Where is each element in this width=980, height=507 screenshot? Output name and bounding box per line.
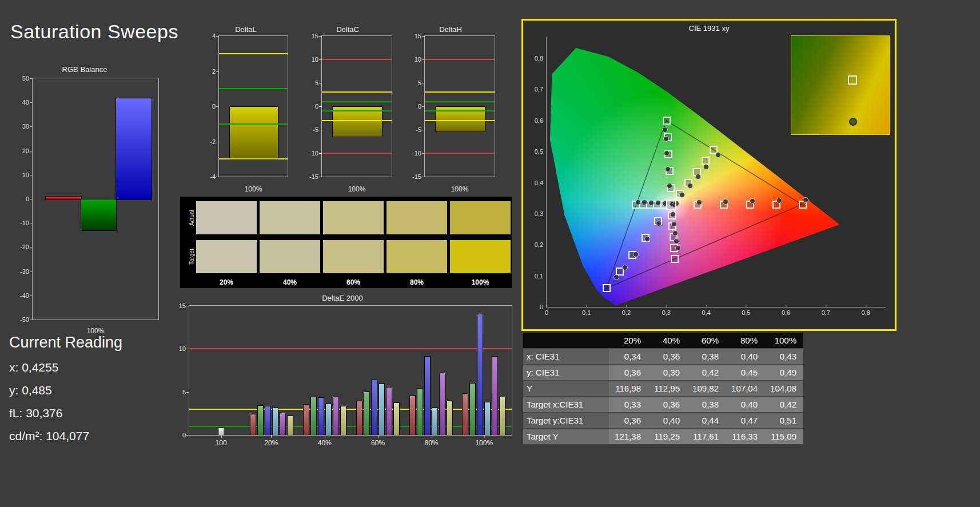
value-cell: 0,34 xyxy=(609,352,648,361)
delta-e-bar-magenta xyxy=(280,413,286,435)
y-tick-mark xyxy=(319,83,322,83)
y-tick-mark xyxy=(422,83,425,83)
actual-row-label: Actual xyxy=(187,201,196,234)
y-tick-mark xyxy=(30,126,33,127)
y-tick-label: -4 xyxy=(210,173,216,180)
cie-measured-point xyxy=(703,164,709,170)
y-tick-mark xyxy=(30,296,33,296)
value-cell: 0,42 xyxy=(687,368,726,377)
bar-group xyxy=(303,306,346,435)
value-cell: 121,38 xyxy=(609,432,648,441)
cie-measured-point xyxy=(776,198,782,203)
delta-e-2000-plot: 151050 xyxy=(189,305,512,436)
row-label: Target x:CIE31 xyxy=(523,397,609,412)
target-swatch-row xyxy=(196,240,511,273)
y-tick-label: -15 xyxy=(309,173,318,180)
column-header: 80% xyxy=(726,336,764,345)
cie-x-tick-label: 0,2 xyxy=(622,309,631,316)
value-cell: 0,38 xyxy=(687,352,726,361)
delta-e-bar-red xyxy=(356,401,362,435)
y-tick-mark xyxy=(216,71,219,72)
row-label: Target Y xyxy=(523,429,609,444)
cie-measured-point xyxy=(723,199,728,205)
y-tick-mark xyxy=(216,177,219,177)
value-cell: 107,04 xyxy=(726,384,764,393)
saturation-step-label: 60% xyxy=(323,278,384,286)
reference-line xyxy=(322,153,392,154)
cie-target-square xyxy=(663,117,671,125)
cie-measured-point xyxy=(750,198,755,204)
y-tick-label: 5 xyxy=(315,79,318,86)
rgb-balance-chart: RGB Balance 50403020100-10-20-30-40-50 1… xyxy=(7,65,162,336)
target-color-swatch xyxy=(450,240,511,273)
cie-measured-point xyxy=(642,199,647,205)
table-row: Y116,98112,95109,82107,04104,08 xyxy=(523,381,803,397)
target-color-swatch xyxy=(260,240,320,273)
column-header: 100% xyxy=(764,336,803,345)
cie-measured-point xyxy=(664,150,670,156)
cie-y-tick-label: 0,8 xyxy=(535,55,543,62)
value-cell: 0,45 xyxy=(726,368,764,377)
value-cell: 119,25 xyxy=(648,432,687,441)
x-tick-label: 20% xyxy=(264,439,278,447)
value-cell: 0,40 xyxy=(726,352,764,361)
current-reading-panel: Current Reading x: 0,4255 y: 0,485 fL: 3… xyxy=(9,334,122,452)
saturation-step-label: 20% xyxy=(196,278,257,286)
y-tick-label: 5 xyxy=(418,79,421,86)
cie-x-tick-label: 0,1 xyxy=(582,309,591,316)
saturation-step-label: 40% xyxy=(260,278,320,286)
current-reading-cdm2: cd/m²: 104,077 xyxy=(9,429,122,443)
table-row: y: CIE310,360,390,420,450,49 xyxy=(523,365,803,381)
y-tick-label: 0 xyxy=(212,103,216,110)
y-tick-label: -15 xyxy=(412,173,421,180)
cie-1931-panel: CIE 1931 xy 00,10,20,30,40,50,60,70,800,… xyxy=(521,19,897,331)
cie-measured-point xyxy=(679,192,685,198)
actual-swatch-row xyxy=(196,201,511,234)
saturation-sweeps-page: Saturation Sweeps RGB Balance 5040302010… xyxy=(0,0,980,507)
cie-measured-point xyxy=(667,183,672,189)
delta-e-bar-magenta xyxy=(386,387,392,435)
y-tick-mark xyxy=(186,435,189,436)
column-header: 20% xyxy=(609,336,648,345)
y-tick-label: -10 xyxy=(412,150,421,157)
cie-x-tick-label: 0,5 xyxy=(742,309,750,316)
cie-measured-point xyxy=(622,265,628,270)
delta-e-bar-cyan xyxy=(272,408,278,435)
y-tick-label: -2 xyxy=(210,138,216,145)
y-tick-mark xyxy=(30,320,33,320)
cie-zoom-inset xyxy=(791,35,890,135)
cie-target-square xyxy=(671,255,679,263)
table-row: Target y:CIE310,360,400,440,470,51 xyxy=(523,413,803,429)
reference-line xyxy=(425,153,495,154)
value-cell: 116,33 xyxy=(726,432,764,441)
y-tick-label: 0 xyxy=(315,103,318,110)
bar-group xyxy=(409,306,453,435)
value-cell: 0,43 xyxy=(764,352,803,361)
actual-color-swatch xyxy=(323,201,384,234)
cie-x-tick-label: 0,4 xyxy=(702,309,710,316)
cie-measured-point xyxy=(670,211,676,217)
cie-y-tick-label: 0 xyxy=(540,304,543,310)
y-tick-label: -5 xyxy=(416,126,421,133)
cie-measured-point xyxy=(675,245,681,251)
y-tick-label: -10 xyxy=(20,219,29,226)
x-tick-label: 60% xyxy=(371,439,385,447)
y-tick-mark xyxy=(319,177,322,177)
cie-measured-point xyxy=(648,200,654,206)
cie-y-tick-label: 0,1 xyxy=(535,273,543,280)
delta-l-plot: 420-2-4 xyxy=(218,35,288,177)
x-tick-label: 80% xyxy=(424,439,438,447)
reference-line xyxy=(322,91,392,93)
current-reading-fl: fL: 30,376 xyxy=(9,406,122,420)
cie-measured-point xyxy=(663,136,669,142)
value-cell: 0,40 xyxy=(726,400,764,409)
table-row: Target x:CIE310,330,360,380,400,42 xyxy=(523,397,803,413)
row-label: x: CIE31 xyxy=(523,349,609,364)
y-tick-label: 30 xyxy=(22,123,29,130)
actual-target-swatch-panel: Actual Target 20%40%60%80%100% xyxy=(180,197,512,288)
cie-x-tick-label: 0,8 xyxy=(861,309,870,316)
target-color-swatch xyxy=(323,240,384,273)
table-corner-cell xyxy=(523,333,609,348)
delta-e-bar-green xyxy=(257,405,264,435)
delta-e-bar-blue xyxy=(424,356,431,435)
